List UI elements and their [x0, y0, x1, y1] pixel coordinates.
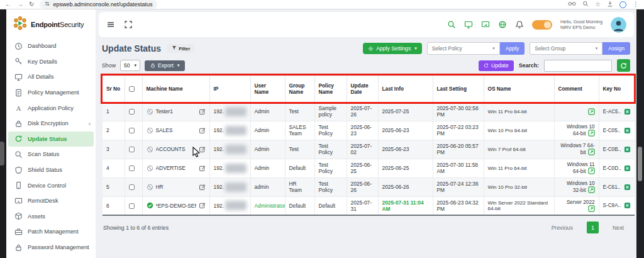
col-machine-name[interactable]: Machine Name: [142, 76, 209, 102]
assign-button[interactable]: Assign: [602, 42, 630, 55]
select-all-checkbox[interactable]: [129, 86, 135, 92]
sidebar-item-update-status[interactable]: Update Status: [8, 132, 94, 147]
excel-export-icon[interactable]: [624, 184, 631, 191]
sr-cell: 3: [103, 140, 125, 159]
row-checkbox[interactable]: [129, 165, 135, 171]
excel-export-icon[interactable]: [624, 127, 631, 134]
side-handle[interactable]: [0, 142, 4, 165]
next-page-button[interactable]: Next: [613, 225, 624, 231]
address-bar[interactable]: epsweb.adminconsole.net/updatestatus: [40, 0, 157, 9]
col-last-info[interactable]: Last Info: [378, 76, 433, 102]
header-search-icon[interactable]: [447, 20, 456, 29]
edit-icon[interactable]: [199, 146, 206, 153]
col-user-name[interactable]: User Name: [250, 76, 285, 102]
excel-export-icon[interactable]: [624, 165, 631, 172]
excel-export-icon[interactable]: [624, 202, 631, 209]
browser-search-icon[interactable]: [582, 1, 589, 8]
comment-log-icon[interactable]: [588, 149, 595, 155]
sidebar-item-scan-status[interactable]: Scan Status: [6, 147, 96, 162]
monitor-icon[interactable]: [464, 20, 473, 29]
controls-row: Show 50▾ Export▾ Update Search:: [101, 56, 636, 76]
comment-cell: Windows 10 64-bit: [554, 121, 599, 140]
row-checkbox[interactable]: [129, 128, 135, 133]
caret-down-icon: ▾: [596, 46, 598, 51]
sidebar-item-dashboard[interactable]: Dashboard: [6, 38, 96, 54]
page-1-button[interactable]: 1: [587, 222, 599, 233]
col-group-name[interactable]: Group Name: [285, 76, 314, 102]
refresh-icon: [484, 63, 489, 68]
col-update-date[interactable]: Update Date: [347, 76, 378, 102]
previous-page-button[interactable]: Previous: [552, 225, 573, 231]
user-avatar[interactable]: [611, 17, 626, 33]
col-sr-no[interactable]: Sr No: [103, 76, 125, 102]
brand-logo[interactable]: EndpointSecurity: [6, 9, 96, 38]
excel-export-icon[interactable]: [624, 146, 631, 153]
page-size-select[interactable]: 50▾: [120, 60, 140, 71]
col-comment[interactable]: Comment: [554, 76, 599, 102]
reload-icon[interactable]: ↻: [29, 1, 34, 8]
sidebar-item-all-details[interactable]: All Details: [6, 69, 96, 85]
sidebar-item-policy-management[interactable]: Policy Management: [6, 85, 96, 101]
edit-icon[interactable]: [199, 202, 206, 209]
search-input[interactable]: [544, 60, 612, 72]
browser-menu-icon[interactable]: ⋮: [633, 1, 639, 8]
filter-button[interactable]: Filter: [167, 44, 194, 53]
offline-status-icon: [147, 165, 153, 172]
screen-share-icon[interactable]: [481, 20, 490, 29]
comment-log-icon[interactable]: [588, 108, 595, 115]
sidebar-item-disk-encryption[interactable]: Disk Encryption›: [6, 116, 96, 132]
comment-log-icon[interactable]: [588, 205, 595, 212]
sidebar-item-shield-status[interactable]: Shield Status: [6, 162, 96, 178]
forward-icon[interactable]: →: [17, 1, 23, 8]
comment-log-icon[interactable]: [588, 167, 595, 174]
sidebar-item-key-details[interactable]: Key Details: [6, 54, 96, 70]
edit-icon[interactable]: [199, 108, 206, 115]
comment-log-icon[interactable]: [588, 186, 595, 193]
edit-icon[interactable]: [199, 184, 206, 191]
row-checkbox[interactable]: [129, 184, 135, 190]
globe-icon[interactable]: [498, 20, 507, 29]
col-os-name[interactable]: OS Name: [484, 76, 554, 102]
col-policy-name[interactable]: Policy Name: [314, 76, 347, 102]
update-button[interactable]: Update: [479, 60, 514, 71]
back-icon[interactable]: ←: [5, 1, 11, 8]
app-window: EndpointSecurity DashboardKey DetailsAll…: [6, 9, 636, 258]
excel-export-icon[interactable]: [624, 108, 631, 115]
sidebar-item-password-management[interactable]: Password Management: [6, 240, 96, 255]
last-info-cell: 2025-06-26: [378, 177, 433, 196]
machine-cell: *EPS-DEMO-SERVER: [142, 196, 209, 215]
table-row: 5HR192.adminHR TeamTest Policy2025-06-26…: [103, 177, 635, 196]
row-checkbox[interactable]: [129, 203, 135, 209]
edit-icon[interactable]: [199, 165, 206, 172]
scrollbar-thumb[interactable]: [638, 147, 642, 181]
col-key-no[interactable]: Key No: [599, 76, 635, 102]
table-refresh-button[interactable]: [617, 59, 630, 72]
export-button[interactable]: Export▾: [145, 60, 185, 71]
scrollbar-track[interactable]: [636, 9, 644, 258]
bookmark-star-icon[interactable]: ☆: [595, 1, 601, 8]
apply-button[interactable]: Apply: [500, 42, 525, 55]
row-checkbox[interactable]: [129, 109, 135, 115]
edit-icon[interactable]: [199, 127, 206, 134]
select-policy-dropdown[interactable]: Select Policy▾: [427, 42, 500, 55]
download-icon[interactable]: [607, 1, 613, 8]
sidebar-item-assets[interactable]: Assets: [6, 209, 96, 225]
glasses-icon[interactable]: [568, 1, 576, 8]
show-label: Show: [102, 62, 116, 69]
checkbox-cell: [125, 140, 142, 159]
select-group-dropdown[interactable]: Select Group▾: [530, 42, 602, 55]
theme-toggle[interactable]: [532, 20, 552, 30]
comment-log-icon[interactable]: [588, 130, 595, 137]
col-last-setting[interactable]: Last Setting: [433, 76, 484, 102]
browser-profile-icon[interactable]: [619, 1, 626, 8]
notification-bell-icon[interactable]: [515, 20, 524, 29]
sidebar-item-device-control[interactable]: Device Control: [6, 177, 96, 193]
fullscreen-icon[interactable]: [124, 20, 133, 29]
row-checkbox[interactable]: [129, 147, 135, 152]
sidebar-item-remotdesk[interactable]: RemotDesk: [6, 193, 96, 209]
apply-settings-button[interactable]: Apply Settings▾: [363, 43, 421, 54]
sidebar-item-patch-management[interactable]: Patch Management: [6, 224, 96, 240]
hamburger-menu-icon[interactable]: [106, 20, 115, 29]
sidebar-item-application-policy[interactable]: AApplication Policy: [6, 100, 96, 116]
col-ip[interactable]: IP: [209, 76, 250, 102]
